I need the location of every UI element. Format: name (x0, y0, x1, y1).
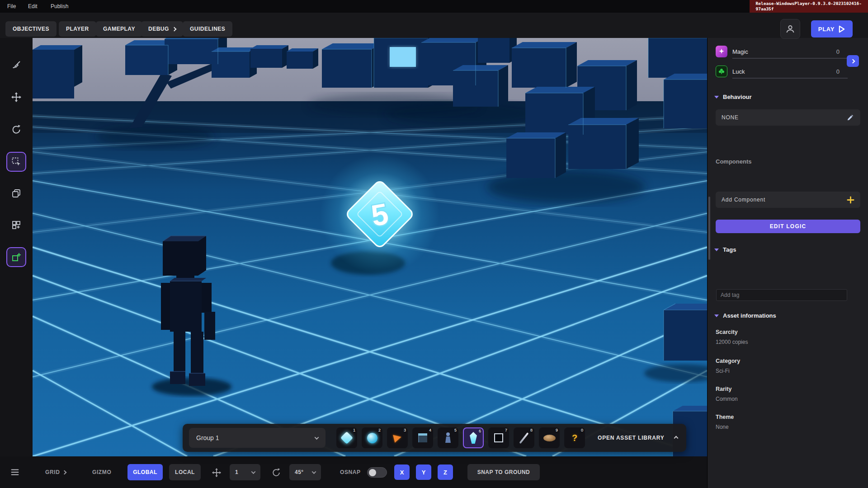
grid-label: GRID (45, 469, 60, 475)
cube-icon (418, 433, 427, 442)
avatar-button[interactable] (780, 19, 800, 39)
asset-slot-7[interactable]: 7 (488, 427, 509, 448)
tab-objectives[interactable]: OBJECTIVES (5, 21, 57, 37)
panel-scrollbar[interactable] (708, 197, 710, 260)
asset-slot-6-selected[interactable]: 6 (463, 427, 484, 448)
tab-player[interactable]: PLAYER (59, 21, 96, 37)
local-mode-button[interactable]: LOCAL (169, 464, 201, 480)
rotate-tool-button[interactable] (6, 120, 26, 140)
move-icon (11, 92, 22, 103)
add-tag-input[interactable] (716, 289, 847, 301)
plus-icon (847, 196, 854, 204)
disc-icon (543, 435, 556, 441)
tab-debug[interactable]: DEBUG (141, 21, 183, 37)
gem-icon (340, 432, 353, 444)
translate-step-dropdown[interactable]: 1 (230, 464, 260, 480)
asset-info-section-header[interactable]: Asset informations (714, 312, 776, 319)
chevron-right-icon (62, 470, 67, 474)
add-component-label: Add Component (722, 197, 765, 203)
asset-slot-8[interactable]: 8 (514, 427, 534, 448)
toggle-knob (369, 469, 376, 476)
edit-pencil-icon[interactable] (846, 113, 854, 122)
axis-y-button[interactable]: Y (416, 465, 431, 480)
add-voxel-tool-button[interactable] (6, 247, 26, 267)
tags-section-header[interactable]: Tags (714, 246, 736, 253)
scarcity-value: 12000 copies (716, 339, 748, 345)
collapse-triangle-icon (714, 249, 719, 251)
list-icon (10, 467, 20, 477)
tab-player-label: PLAYER (66, 26, 89, 32)
rotate-step-dropdown[interactable]: 45° (289, 464, 321, 480)
global-label: GLOBAL (133, 469, 157, 475)
bottom-toolbar: GRID GIZMO GLOBAL LOCAL 1 45° OSNAP X Y … (0, 456, 707, 488)
select-icon (11, 156, 22, 167)
behaviour-section-header[interactable]: Behaviour (714, 94, 752, 100)
duplicate-tool-button[interactable] (6, 183, 26, 203)
local-label: LOCAL (175, 469, 195, 475)
add-component-button[interactable]: Add Component (716, 192, 860, 208)
viewport[interactable]: 5 (33, 38, 707, 456)
stat-label: Magic (732, 48, 748, 55)
stat-value: 0 (836, 48, 840, 55)
asset-slot-9[interactable]: 9 (539, 427, 560, 448)
version-text: Release-WindowsPlayer-0.9.3.0-2023102416… (750, 0, 868, 13)
scarcity-label: Scarcity (716, 329, 738, 335)
asset-slot-0[interactable]: ? 0 (564, 427, 585, 448)
open-asset-library-button[interactable]: OPEN ASSET LIBRARY (598, 424, 665, 452)
magic-icon (716, 46, 727, 57)
chevron-right-icon (851, 59, 855, 63)
snap-to-ground-button[interactable]: SNAP TO GROUND (467, 464, 540, 480)
main-toolbar: OBJECTIVES PLAYER GAMEPLAY DEBUG GUIDELI… (0, 13, 868, 38)
global-mode-button[interactable]: GLOBAL (127, 464, 163, 480)
asset-group-tool-button[interactable] (6, 215, 26, 235)
snap-to-ground-label: SNAP TO GROUND (477, 469, 530, 475)
collapse-asset-bar-button[interactable] (669, 424, 683, 452)
panel-expand-button[interactable] (847, 55, 859, 67)
stat-slider-luck[interactable] (732, 78, 848, 79)
slot-number: 2 (378, 428, 381, 432)
axis-x-button[interactable]: X (394, 465, 410, 480)
layers-list-button[interactable] (6, 464, 24, 481)
play-button[interactable]: PLAY (811, 20, 853, 38)
category-label: Category (716, 358, 740, 364)
osnap-toggle[interactable] (367, 467, 387, 478)
grid-menu[interactable]: GRID (45, 456, 66, 488)
menu-publish[interactable]: Publish (51, 0, 68, 13)
paint-tool-button[interactable] (6, 55, 26, 75)
stat-value: 0 (836, 68, 840, 75)
menu-edit[interactable]: Edit (28, 0, 38, 13)
duplicate-icon (11, 188, 22, 199)
rotate-step-icon (271, 468, 281, 478)
asset-slot-5[interactable]: 5 (438, 427, 458, 448)
stat-row-magic: Magic 0 (716, 45, 859, 58)
edit-logic-button[interactable]: EDIT LOGIC (716, 220, 860, 233)
chevron-down-icon (251, 469, 256, 474)
group-dropdown[interactable]: Group 1 (189, 428, 326, 448)
behaviour-field[interactable]: NONE (716, 109, 860, 126)
arrow-icon (393, 433, 402, 443)
axis-z-button[interactable]: Z (438, 465, 453, 480)
move-tool-button[interactable] (6, 87, 26, 107)
slot-number: 3 (404, 428, 406, 432)
tab-guidelines[interactable]: GUIDELINES (183, 21, 232, 37)
pickup-gem: 5 (320, 155, 439, 275)
asset-slot-3[interactable]: 3 (387, 427, 408, 448)
category-value: Sci-Fi (716, 368, 730, 374)
gizmo-label: GIZMO (92, 456, 111, 488)
translate-step-icon (212, 468, 222, 478)
select-tool-button[interactable] (6, 152, 26, 172)
chevron-down-icon (312, 469, 316, 474)
menu-file[interactable]: File (7, 0, 16, 13)
tab-gameplay[interactable]: GAMEPLAY (96, 21, 142, 37)
asset-slot-2[interactable]: 2 (362, 427, 382, 448)
dark-cube-icon (494, 433, 503, 442)
tab-guidelines-label: GUIDELINES (190, 26, 225, 32)
asset-info-header-label: Asset informations (723, 312, 776, 319)
slot-number: 1 (353, 428, 355, 432)
stat-slider-magic[interactable] (732, 58, 848, 59)
viewport-scene[interactable]: 5 (33, 38, 707, 456)
asset-slot-4[interactable]: 4 (412, 427, 433, 448)
asset-bar: Group 1 1 2 3 4 5 6 7 8 9 ? (183, 424, 686, 452)
asset-slot-1[interactable]: 1 (336, 427, 357, 448)
inspector-panel: Magic 0 Luck 0 Behaviour NONE Components… (707, 38, 868, 488)
